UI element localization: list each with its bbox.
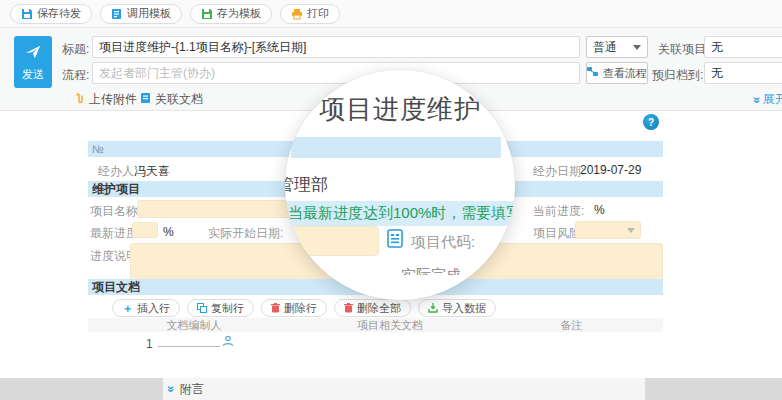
import-data-label: 导入数据 (442, 301, 486, 316)
postscript-toggle[interactable]: » 附言 (163, 378, 645, 400)
col-doc-author: 文档编制人 (88, 318, 300, 333)
save-as-template-icon (201, 8, 213, 20)
title-label: 标题: (62, 41, 89, 58)
row-index: 1 (146, 337, 153, 351)
current-progress-label: 当前进度: (533, 203, 584, 220)
trash-icon (271, 303, 280, 313)
insert-row-button[interactable]: ＋ 插入行 (112, 299, 180, 317)
postscript-label: 附言 (180, 381, 204, 398)
magnified-partial-text: 实际完成 (401, 266, 461, 275)
expand-link[interactable]: » 展开 (754, 91, 782, 108)
magnified-project-code-label: 项目代码: (411, 233, 475, 252)
save-icon (21, 8, 33, 20)
related-doc-link[interactable]: 关联文档 (140, 91, 203, 108)
save-pending-button[interactable]: 保存待发 (10, 4, 92, 24)
magnified-hint-text: 当最新进度达到100%时，需要填写实际 (285, 204, 515, 223)
print-button[interactable]: 打印 (280, 4, 340, 24)
paperclip-icon (74, 92, 85, 107)
top-toolbar: 保存待发 调用模板 存为模板 打印 (0, 0, 782, 28)
import-icon (428, 303, 438, 313)
help-icon[interactable]: ? (643, 114, 659, 130)
table-button-row: ＋ 插入行 复制行 删除行 删除全部 导入数据 (112, 299, 496, 317)
person-picker-icon[interactable] (222, 335, 234, 350)
handler-label: 经办人: (98, 163, 137, 180)
upload-attachment-link[interactable]: 上传附件 (74, 91, 137, 108)
prearchive-label: 预归档到: (652, 67, 703, 84)
insert-row-label: 插入行 (137, 301, 170, 316)
magnified-department: 管理部 (285, 173, 328, 196)
prearchive-input[interactable] (704, 62, 782, 84)
section-maintain-label: 维护项目 (92, 181, 140, 198)
related-doc-label: 关联文档 (155, 91, 203, 108)
upload-attachment-label: 上传附件 (89, 91, 137, 108)
delete-all-label: 删除全部 (357, 301, 401, 316)
send-label: 发送 (22, 67, 44, 82)
magnifier-overlay: 2019-07-29 项目进度维护 管理部 当最新进度达到100%时，需要填写实… (285, 70, 515, 300)
view-flow-label: 查看流程 (603, 66, 647, 81)
magnified-number-bar (291, 137, 501, 158)
priority-value: 普通 (593, 39, 617, 56)
paper-plane-icon (24, 43, 42, 63)
expand-label: 展开 (763, 91, 782, 108)
trash-icon (344, 303, 353, 313)
latest-progress-input[interactable] (132, 222, 158, 238)
section-docs-label: 项目文档 (92, 279, 140, 296)
copy-icon (197, 303, 207, 313)
delete-all-button[interactable]: 删除全部 (334, 299, 411, 317)
docs-table-header: 文档编制人 项目相关文档 备注 (88, 318, 663, 332)
save-pending-label: 保存待发 (37, 6, 81, 21)
handle-date-value: 2019-07-29 (580, 163, 641, 177)
document-icon (140, 92, 151, 107)
actual-start-label: 实际开始日期: (208, 225, 283, 242)
related-project-label: 关联项目: (658, 41, 709, 58)
project-risk-select[interactable] (575, 221, 641, 239)
delete-row-label: 删除行 (284, 301, 317, 316)
priority-select[interactable]: 普通 (586, 36, 648, 58)
load-template-label: 调用模板 (127, 6, 171, 21)
col-related-docs: 项目相关文档 (300, 318, 480, 333)
import-data-button[interactable]: 导入数据 (418, 299, 496, 317)
view-flow-button[interactable]: 查看流程 (586, 62, 648, 84)
related-project-input[interactable] (704, 36, 782, 58)
project-name-label: 项目名称: (90, 203, 141, 220)
flow-input[interactable] (92, 62, 580, 84)
doc-author-input[interactable] (158, 333, 220, 347)
chevron-down-icon (633, 45, 641, 50)
double-chevron-down-icon: » (751, 96, 763, 103)
handle-date-label: 经办日期: (533, 163, 584, 180)
chevron-down-icon (627, 228, 635, 233)
title-input[interactable] (92, 36, 580, 58)
col-remarks: 备注 (480, 318, 663, 333)
send-button[interactable]: 发送 (14, 36, 52, 88)
bottom-bar: » 附言 (0, 378, 782, 400)
oa-form-page: 冯天喜 2019-07-29 2019-07-29 2019-07-29 201… (0, 0, 782, 400)
delete-row-button[interactable]: 删除行 (261, 299, 327, 317)
project-code-icon (387, 229, 403, 251)
copy-row-label: 复制行 (211, 301, 244, 316)
current-progress-unit: % (594, 203, 605, 217)
magnified-hint-band: 当最新进度达到100%时，需要填写实际 (285, 201, 515, 226)
print-icon (291, 8, 303, 20)
template-icon (111, 8, 123, 20)
double-chevron-down-icon: » (165, 386, 177, 393)
flow-label: 流程: (62, 67, 89, 84)
save-as-template-label: 存为模板 (217, 6, 261, 21)
form-number-label: № (92, 143, 104, 155)
flow-chart-icon (587, 67, 599, 79)
plus-icon: ＋ (122, 301, 133, 316)
load-template-button[interactable]: 调用模板 (100, 4, 182, 24)
print-label: 打印 (307, 6, 329, 21)
latest-progress-unit: % (163, 225, 174, 239)
save-as-template-button[interactable]: 存为模板 (190, 4, 272, 24)
handler-value: 冯天喜 (134, 163, 170, 180)
copy-row-button[interactable]: 复制行 (187, 299, 254, 317)
